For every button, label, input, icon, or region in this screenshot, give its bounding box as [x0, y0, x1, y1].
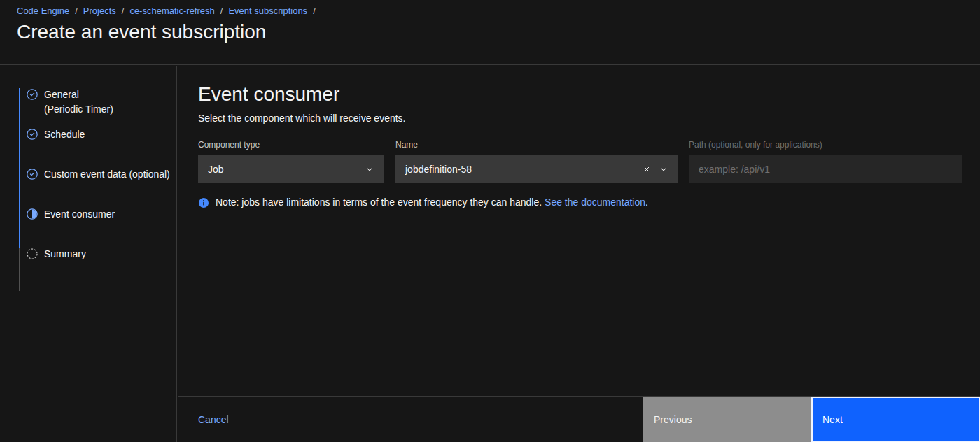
name-label: Name [396, 140, 678, 150]
note-period: . [645, 197, 648, 208]
name-value: jobdefinition-58 [405, 164, 638, 175]
step-label: Schedule [44, 129, 85, 140]
breadcrumb-projects[interactable]: Projects [83, 6, 116, 16]
next-button[interactable]: Next [811, 397, 980, 442]
progress-steps: General (Periodic Timer) Schedule [19, 88, 176, 291]
step-complete-icon [27, 169, 38, 180]
note-text: Note: jobs have limitations in terms of … [216, 197, 648, 208]
cancel-button[interactable]: Cancel [187, 397, 240, 442]
breadcrumb-separator: / [75, 6, 78, 16]
section-description: Select the component which will receive … [198, 113, 980, 124]
component-type-label: Component type [198, 140, 384, 150]
chevron-down-icon [365, 165, 374, 173]
name-combobox[interactable]: jobdefinition-58 [396, 155, 678, 183]
step-complete-icon [27, 89, 38, 100]
page-title: Create an event subscription [17, 21, 980, 43]
progress-step-schedule[interactable]: Schedule [19, 128, 176, 168]
info-icon [198, 197, 209, 211]
progress-step-event-consumer[interactable]: Event consumer [19, 208, 176, 248]
breadcrumb-code-engine[interactable]: Code Engine [17, 6, 69, 16]
breadcrumb-project-name[interactable]: ce-schematic-refresh [130, 6, 214, 16]
path-label: Path (optional, only for applications) [689, 140, 962, 150]
breadcrumb-event-subscriptions[interactable]: Event subscriptions [228, 6, 307, 16]
progress-step-custom-event-data[interactable]: Custom event data (optional) [19, 168, 176, 208]
step-complete-icon [27, 129, 38, 140]
breadcrumb: Code Engine / Projects / ce-schematic-re… [0, 0, 980, 16]
step-current-icon [27, 208, 38, 220]
step-label: General [44, 89, 113, 100]
step-incomplete-icon [27, 248, 38, 259]
page-header: Code Engine / Projects / ce-schematic-re… [0, 0, 980, 65]
step-sublabel: (Periodic Timer) [44, 104, 113, 115]
step-label: Custom event data (optional) [44, 169, 170, 180]
breadcrumb-separator: / [313, 6, 316, 16]
section-heading: Event consumer [198, 83, 980, 106]
chevron-down-icon [659, 165, 668, 173]
progress-step-general[interactable]: General (Periodic Timer) [19, 88, 176, 128]
progress-step-summary: Summary [19, 248, 176, 291]
component-type-dropdown[interactable]: Job [198, 155, 384, 183]
component-type-value: Job [208, 164, 361, 175]
clear-selection-icon[interactable] [638, 165, 655, 173]
job-limitation-note: Note: jobs have limitations in terms of … [198, 197, 980, 211]
path-input [689, 155, 962, 183]
breadcrumb-separator: / [122, 6, 125, 16]
previous-button[interactable]: Previous [643, 397, 811, 442]
note-body: Note: jobs have limitations in terms of … [216, 197, 545, 208]
footer-bar: Cancel Previous Next [178, 396, 980, 442]
breadcrumb-separator: / [220, 6, 223, 16]
step-label: Event consumer [44, 208, 115, 220]
form-row: Component type Job Name jobdefinition-58 [198, 140, 980, 183]
step-label: Summary [44, 248, 86, 259]
progress-sidebar: General (Periodic Timer) Schedule [0, 66, 177, 442]
documentation-link[interactable]: See the documentation [545, 197, 645, 208]
main-content: Event consumer Select the component whic… [178, 66, 980, 396]
